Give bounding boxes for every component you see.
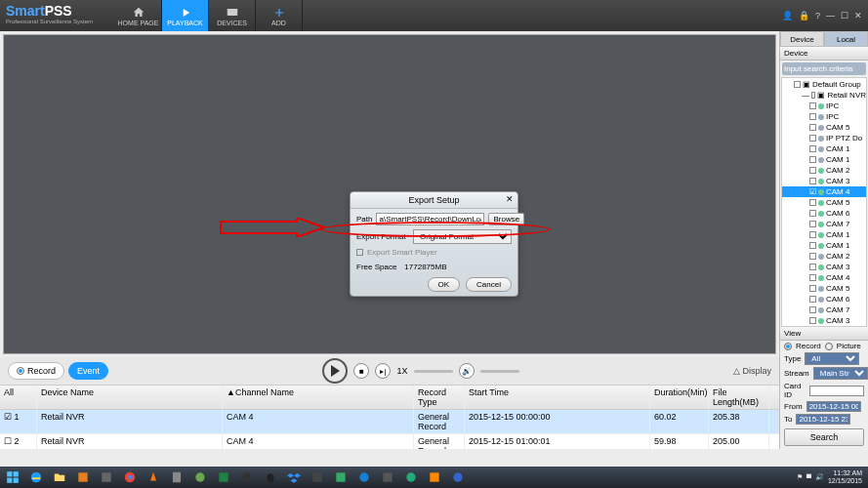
tree-camera-item[interactable]: CAM 3 [782,176,866,186]
device-search-input[interactable]: Input search criteria [782,62,866,75]
tray-net-icon[interactable]: ▀ [806,474,811,481]
browse-button[interactable]: Browse [488,213,524,225]
tree-camera-item[interactable]: CAM 5 [782,122,866,133]
tab-home[interactable]: HOME PAGE [115,0,162,31]
table-row[interactable]: ☑ 1Retail NVRCAM 4General Record2015-12-… [0,410,779,434]
tree-camera-item[interactable]: CAM 1 [782,229,866,240]
penguin-icon[interactable] [260,468,281,486]
play-button[interactable] [322,358,348,384]
tray-vol-icon[interactable]: 🔊 [815,473,824,481]
tab-add[interactable]: ADD [256,0,303,31]
tree-camera-item[interactable]: CAM 1 [782,154,866,165]
path-input[interactable] [376,213,484,225]
from-input[interactable] [806,401,861,412]
tree-group[interactable]: ▣ Default Group [782,79,866,90]
tray-clock[interactable]: 11:32 AM 12/15/2015 [828,469,862,485]
start-button[interactable] [2,468,23,486]
tree-camera-item[interactable]: CAM 1 [782,240,866,251]
app-icon-10[interactable] [424,468,445,486]
tab-devices[interactable]: DEVICES [209,0,256,31]
col-duration[interactable]: Duration(Min) [650,386,709,409]
display-toggle[interactable]: △ Display [733,366,771,376]
tree-camera-item[interactable]: CAM 5 [782,283,866,294]
stop-button[interactable]: ■ [353,363,369,379]
col-channel[interactable]: ▲ Channel Name [223,386,414,409]
stream-select[interactable]: Main Stream [813,367,868,380]
col-all[interactable]: All [0,386,37,409]
calc-icon[interactable] [166,468,187,486]
help-icon[interactable]: ? [815,11,820,20]
app-icon-6[interactable] [330,468,351,486]
table-row[interactable]: ☐ 2Retail NVRCAM 4General Record2015-12-… [0,434,779,449]
system-tray[interactable]: ⚑ ▀ 🔊 11:32 AM 12/15/2015 [797,469,866,485]
window-controls: 👤 🔒 ? — ☐ ✕ [782,0,868,31]
tree-camera-item[interactable]: CAM 3 [782,262,866,272]
tree-camera-item[interactable]: CAM 7 [782,305,866,315]
tree-camera-item[interactable]: CAM 6 [782,294,866,305]
tree-camera-item[interactable]: CAM 7 [782,219,866,229]
tray-flag-icon[interactable]: ⚑ [797,473,803,481]
col-length[interactable]: File Length(MB) [709,386,769,409]
app-icon-2[interactable] [96,468,117,486]
tree-camera-item[interactable]: CAM 2 [782,251,866,262]
maximize-icon[interactable]: ☐ [841,11,848,20]
user-icon[interactable]: 👤 [782,11,793,20]
picture-radio[interactable] [825,343,833,350]
device-tree[interactable]: ▣ Default Group — ▣ Retail NVR IPC IPC C… [781,77,867,327]
excel-icon[interactable] [213,468,234,486]
app-icon-3[interactable] [189,468,211,486]
tree-camera-item[interactable]: CAM 6 [782,208,866,219]
app-icon-1[interactable] [72,468,94,486]
col-record-type[interactable]: Record Type [414,386,465,409]
tree-camera-item[interactable]: CAM 5 [782,197,866,208]
event-mode-button[interactable]: Event [68,362,108,380]
tree-camera-item[interactable]: CAM 4 [782,272,866,283]
search-button[interactable]: Search [784,428,864,446]
col-start[interactable]: Start Time [465,386,650,409]
smart-player-checkbox[interactable]: Export Smart Player [356,248,512,257]
svg-point-14 [242,472,251,481]
type-select[interactable]: All [805,352,859,365]
volume-slider[interactable] [480,370,519,373]
format-select[interactable]: Original Format [413,229,512,244]
record-radio[interactable] [784,343,792,350]
lock-icon[interactable]: 🔒 [799,11,809,20]
tree-camera-item[interactable]: CAM 3 [782,315,866,326]
svg-point-18 [359,472,368,481]
tree-camera-item[interactable]: CAM 2 [782,165,866,176]
sidebar-tab-local[interactable]: Local [824,31,868,47]
explorer-icon[interactable] [49,468,70,486]
app-icon-9[interactable] [400,468,422,486]
app-icon-5[interactable] [307,468,328,486]
volume-button[interactable]: 🔊 [459,363,475,379]
sidebar-tab-device[interactable]: Device [780,31,824,47]
tree-camera-item[interactable]: ☑ CAM 4 [782,186,866,197]
speed-slider[interactable] [414,370,453,373]
vlc-icon[interactable] [143,468,164,486]
col-device[interactable]: Device Name [37,386,223,409]
app-icon-7[interactable] [353,468,375,486]
tree-camera-item[interactable]: CAM 1 [782,143,866,154]
app-icon-8[interactable] [377,468,398,486]
chrome-icon[interactable] [119,468,141,486]
tree-camera-item[interactable]: IPC [782,101,866,111]
ok-button[interactable]: OK [428,277,461,292]
to-input[interactable] [796,414,850,425]
close-icon[interactable]: ✕ [854,11,862,20]
tree-camera-item[interactable]: IP PTZ Do [782,133,866,143]
cancel-button[interactable]: Cancel [466,277,512,292]
tree-nvr[interactable]: — ▣ Retail NVR [782,90,866,101]
dialog-close-icon[interactable]: ✕ [506,194,514,204]
play-triangle-icon [330,365,340,377]
card-id-input[interactable] [809,386,864,396]
tree-camera-item[interactable]: IPC [782,111,866,122]
ie-icon[interactable] [25,468,47,486]
minimize-icon[interactable]: — [826,11,835,20]
dropbox-icon[interactable] [283,468,305,486]
free-space: Free Space1772875MB [356,263,512,271]
record-mode-button[interactable]: Record [8,362,64,380]
app-icon-11[interactable] [447,468,469,486]
app-icon-4[interactable] [236,468,258,486]
step-button[interactable]: ▸| [375,363,391,379]
tab-playback[interactable]: PLAYBACK [162,0,209,31]
